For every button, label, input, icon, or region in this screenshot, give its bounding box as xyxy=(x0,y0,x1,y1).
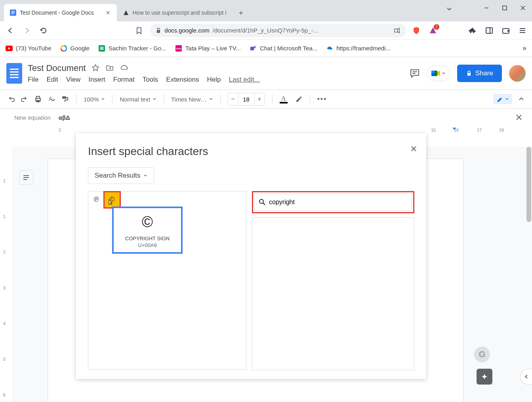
menu-format[interactable]: Format xyxy=(113,76,135,84)
paint-format-button[interactable] xyxy=(61,95,69,103)
bookmark-item[interactable]: Google xyxy=(60,45,90,52)
more-tools-icon[interactable]: ••• xyxy=(317,95,327,103)
bookmark-item[interactable]: Sachin Tracker - Go... xyxy=(98,45,166,52)
character-tooltip: © COPYRIGHT SIGN U+00A9 xyxy=(112,207,183,254)
browser-tab-active[interactable]: Test Document - Google Docs × xyxy=(4,4,117,21)
site-favicon xyxy=(122,9,130,16)
document-title[interactable]: Test Document xyxy=(28,63,86,73)
font-size-input[interactable] xyxy=(238,93,254,105)
move-icon[interactable] xyxy=(106,64,114,73)
new-tab-button[interactable]: + xyxy=(235,7,247,19)
comments-icon[interactable] xyxy=(410,68,420,78)
close-icon[interactable]: × xyxy=(105,10,111,16)
url-domain: docs.google.com xyxy=(164,27,209,34)
svg-text:A: A xyxy=(49,96,53,102)
character-result-hovered[interactable]: © xyxy=(104,192,120,208)
cloud-status-icon[interactable] xyxy=(120,64,129,73)
menu-view[interactable]: View xyxy=(66,76,81,84)
share-url-icon[interactable] xyxy=(393,27,400,34)
svg-rect-37 xyxy=(431,71,435,73)
font-size-decrease[interactable]: − xyxy=(228,93,238,105)
special-characters-dialog: × Insert special characters Search Resul… xyxy=(76,133,426,379)
bookmark-item[interactable]: https://framedmedi... xyxy=(326,45,391,52)
svg-rect-44 xyxy=(62,96,66,99)
close-window-button[interactable] xyxy=(514,0,532,16)
maximize-button[interactable] xyxy=(496,0,514,16)
svg-rect-9 xyxy=(157,30,160,33)
show-outline-button[interactable] xyxy=(19,170,33,185)
reload-button[interactable] xyxy=(38,25,49,36)
draw-character-box[interactable] xyxy=(252,217,414,370)
brave-shield-icon[interactable] xyxy=(412,26,421,35)
tab-search-icon[interactable] xyxy=(446,6,453,13)
minimize-button[interactable] xyxy=(477,0,496,16)
brave-rewards-icon[interactable]: 2 xyxy=(428,26,438,35)
last-edit-link[interactable]: Last edit... xyxy=(229,76,259,84)
onedrive-icon xyxy=(326,45,333,52)
menu-icon[interactable] xyxy=(518,26,527,35)
equation-toolbar: New equation αβΔ xyxy=(0,109,532,126)
svg-rect-39 xyxy=(467,73,471,76)
character-result[interactable]: ℗ xyxy=(88,191,104,207)
character-search-input[interactable] xyxy=(269,199,408,206)
category-dropdown[interactable]: Search Results xyxy=(88,167,154,184)
url-path: /document/d/1hP_y_UsnQ7YoPy-5p_-... xyxy=(213,27,318,34)
docs-logo-icon[interactable] xyxy=(6,63,22,84)
svg-point-32 xyxy=(254,46,256,48)
account-avatar[interactable] xyxy=(509,65,526,82)
redo-button[interactable] xyxy=(21,95,29,103)
sidepanel-icon[interactable] xyxy=(484,26,494,35)
svg-rect-42 xyxy=(36,100,40,102)
bookmarks-overflow-icon[interactable]: » xyxy=(522,44,526,52)
close-equation-bar[interactable] xyxy=(515,114,522,121)
print-button[interactable] xyxy=(34,95,42,103)
back-button[interactable] xyxy=(5,25,16,36)
url-input[interactable]: docs.google.com/document/d/1hP_y_UsnQ7Yo… xyxy=(150,24,406,37)
extensions-icon[interactable] xyxy=(468,26,477,35)
bookmark-item[interactable]: Chat | Microsoft Tea... xyxy=(250,45,317,52)
collapse-toolbar-icon[interactable] xyxy=(518,96,525,103)
zoom-dropdown[interactable]: 100% xyxy=(84,96,105,103)
sheets-icon xyxy=(98,45,105,52)
vertical-ruler[interactable]: 112 3456 xyxy=(0,147,12,402)
bookmark-icon[interactable] xyxy=(133,25,145,36)
menu-help[interactable]: Help xyxy=(207,76,221,84)
svg-marker-4 xyxy=(124,10,128,15)
svg-line-52 xyxy=(263,203,265,205)
menu-tools[interactable]: Tools xyxy=(143,76,158,84)
star-icon[interactable] xyxy=(92,64,100,73)
menu-edit[interactable]: Edit xyxy=(46,76,58,84)
menu-insert[interactable]: Insert xyxy=(88,76,105,84)
new-equation-button[interactable]: New equation xyxy=(14,114,51,121)
meet-button[interactable] xyxy=(427,65,450,81)
svg-rect-41 xyxy=(36,96,40,98)
explore-button[interactable] xyxy=(477,369,492,385)
svg-point-51 xyxy=(259,199,263,203)
highlight-button[interactable] xyxy=(295,95,303,103)
text-color-button[interactable]: A xyxy=(280,95,288,103)
menu-extensions[interactable]: Extensions xyxy=(166,76,199,84)
browser-tab-inactive[interactable]: How to use superscript and subscript i xyxy=(117,4,232,21)
vertical-scrollbar[interactable] xyxy=(526,147,531,222)
svg-rect-38 xyxy=(431,73,435,76)
close-dialog-button[interactable]: × xyxy=(411,143,417,155)
font-size-increase[interactable]: + xyxy=(254,93,265,105)
font-size-control: − + xyxy=(228,93,265,105)
bookmark-item[interactable]: TATATata Play – Live TV... xyxy=(175,45,241,52)
horizontal-ruler[interactable]: 2 15 16 17 18 xyxy=(0,126,532,134)
bookmark-item[interactable]: (73) YouTube xyxy=(6,45,51,52)
undo-button[interactable] xyxy=(7,95,15,103)
svg-rect-2 xyxy=(11,12,15,13)
grammarly-icon[interactable]: G xyxy=(474,346,490,362)
editing-mode-button[interactable] xyxy=(493,94,512,104)
spellcheck-button[interactable]: A xyxy=(48,95,55,103)
font-dropdown[interactable]: Times New… xyxy=(171,96,213,103)
menu-file[interactable]: File xyxy=(28,76,38,84)
style-dropdown[interactable]: Normal text xyxy=(120,96,156,103)
forward-button[interactable] xyxy=(21,25,32,36)
search-icon xyxy=(259,199,266,206)
share-button[interactable]: Share xyxy=(457,65,502,82)
wallet-icon[interactable] xyxy=(501,26,511,35)
greek-letters-dropdown[interactable]: αβΔ xyxy=(59,114,70,121)
lock-icon xyxy=(156,28,161,33)
